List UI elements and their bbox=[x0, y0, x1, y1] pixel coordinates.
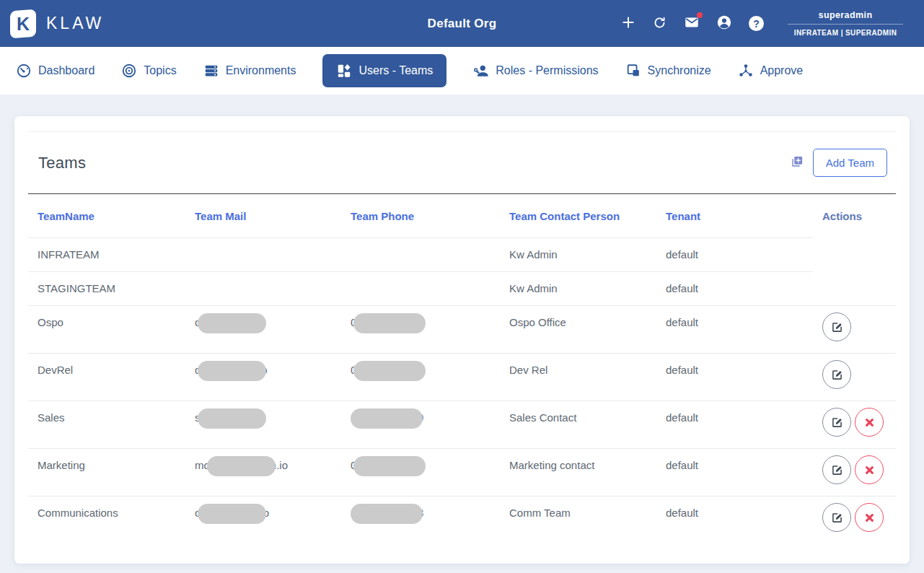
redaction-pill bbox=[198, 361, 266, 381]
tenant-value: default bbox=[666, 282, 698, 294]
tab-environments[interactable]: Environments bbox=[203, 63, 296, 79]
team-contact-cell: Comm Team bbox=[500, 497, 656, 544]
team-mail-cell bbox=[185, 272, 341, 306]
topbar-actions: ? bbox=[621, 14, 764, 32]
col-actions: Actions bbox=[813, 194, 896, 238]
col-teamname[interactable]: TeamName bbox=[28, 194, 185, 238]
tab-approve[interactable]: Approve bbox=[738, 63, 804, 79]
tab-topics[interactable]: Topics bbox=[121, 63, 176, 79]
redaction-pill bbox=[351, 408, 423, 429]
tab-label: Synchronize bbox=[648, 64, 711, 77]
teams-table-head: TeamName Team Mail Team Phone Team Conta… bbox=[28, 194, 896, 238]
help-button[interactable]: ? bbox=[749, 16, 764, 31]
main-nav: Dashboard Topics Environments bbox=[0, 47, 924, 95]
team-contact-person: Kw Admin bbox=[509, 248, 558, 261]
redaction-pill bbox=[198, 504, 266, 524]
delete-x-icon bbox=[863, 416, 876, 429]
tab-synchronize[interactable]: Synchronize bbox=[625, 63, 711, 79]
actions-cell bbox=[813, 306, 896, 354]
team-name: DevRel bbox=[38, 364, 73, 376]
redaction-pill bbox=[353, 313, 426, 333]
team-name: Communications bbox=[38, 507, 118, 519]
header-row: TeamName Team Mail Team Phone Team Conta… bbox=[28, 194, 896, 238]
team-phone-cell: 3 bbox=[341, 497, 500, 544]
tenant-cell: default bbox=[656, 306, 813, 354]
team-contact-cell: Dev Rel bbox=[500, 354, 656, 401]
org-title: Default Org bbox=[428, 17, 497, 31]
table-row: INFRATEAMKw Admindefault bbox=[28, 238, 896, 272]
team-name-cell: Communications bbox=[28, 497, 185, 544]
tab-dashboard[interactable]: Dashboard bbox=[16, 63, 94, 79]
team-name-cell: INFRATEAM bbox=[28, 238, 185, 272]
user-key-icon bbox=[473, 63, 489, 79]
tab-label: Approve bbox=[760, 64, 804, 77]
tenant-value: default bbox=[666, 411, 698, 424]
edit-pencil-icon bbox=[831, 512, 843, 524]
delete-team-button[interactable] bbox=[855, 503, 884, 532]
refresh-button[interactable] bbox=[652, 15, 667, 32]
team-contact-cell: Sales Contact bbox=[500, 401, 656, 449]
user-divider bbox=[788, 24, 903, 25]
top-bar: K KLAW Default Org bbox=[0, 0, 924, 47]
tab-label: Users - Teams bbox=[358, 64, 433, 77]
edit-team-button[interactable] bbox=[822, 503, 851, 532]
user-name: superadmin bbox=[788, 10, 903, 20]
tenant-value: default bbox=[666, 507, 698, 519]
col-team-mail[interactable]: Team Mail bbox=[185, 194, 341, 238]
team-mail-cell: mon.io bbox=[185, 449, 341, 497]
add-team-group: Add Team bbox=[791, 149, 896, 177]
edit-pencil-icon bbox=[831, 416, 843, 429]
tab-label: Roles - Permissions bbox=[496, 64, 598, 77]
account-circle-icon bbox=[716, 14, 732, 32]
dashboard-grid-icon bbox=[336, 63, 352, 79]
team-name: Sales bbox=[38, 411, 65, 424]
brand-name: KLAW bbox=[46, 14, 104, 33]
team-contact-cell: Kw Admin bbox=[500, 238, 656, 272]
redaction-pill bbox=[353, 361, 426, 381]
edit-team-button[interactable] bbox=[822, 455, 851, 484]
redaction-pill bbox=[198, 408, 266, 429]
delete-team-button[interactable] bbox=[855, 455, 884, 484]
actions-cell bbox=[813, 354, 896, 401]
edit-team-button[interactable] bbox=[822, 408, 851, 437]
team-contact-person: Marketing contact bbox=[509, 459, 594, 471]
team-phone-cell: 9 bbox=[341, 401, 500, 449]
brand[interactable]: K KLAW bbox=[10, 10, 104, 38]
col-tenant[interactable]: Tenant bbox=[656, 194, 813, 238]
tab-users-teams[interactable]: Users - Teams bbox=[322, 54, 446, 87]
actions-cell bbox=[813, 497, 896, 544]
team-name-cell: Marketing bbox=[28, 449, 185, 497]
help-icon: ? bbox=[749, 16, 764, 31]
target-icon bbox=[121, 63, 137, 79]
team-phone-cell: 0 bbox=[341, 354, 500, 401]
col-team-contact-person[interactable]: Team Contact Person bbox=[500, 194, 656, 238]
team-phone-cell bbox=[341, 238, 500, 272]
tenant-cell: default bbox=[656, 497, 813, 544]
tab-label: Dashboard bbox=[38, 64, 94, 77]
library-add-icon[interactable] bbox=[791, 155, 804, 171]
tab-label: Environments bbox=[226, 64, 296, 77]
account-button[interactable] bbox=[716, 14, 732, 32]
team-mail-cell: o bbox=[185, 306, 341, 354]
team-contact-cell: Ospo Office bbox=[500, 306, 656, 354]
logo-letter: K bbox=[17, 13, 30, 34]
col-team-phone[interactable]: Team Phone bbox=[341, 194, 500, 238]
notifications-button[interactable] bbox=[684, 14, 700, 32]
team-contact-person: Ospo Office bbox=[509, 316, 566, 328]
edit-team-button[interactable] bbox=[822, 312, 851, 341]
team-phone-cell: 0 bbox=[341, 449, 500, 497]
team-mail-cell: s bbox=[185, 401, 341, 449]
actions-cell bbox=[813, 401, 896, 449]
team-name-cell: Ospo bbox=[28, 306, 185, 354]
create-request-button[interactable] bbox=[621, 15, 635, 32]
tab-roles-permissions[interactable]: Roles - Permissions bbox=[473, 63, 598, 79]
user-block[interactable]: superadmin INFRATEAM | SUPERADMIN bbox=[788, 10, 903, 37]
add-team-button[interactable]: Add Team bbox=[813, 149, 887, 177]
delete-team-button[interactable] bbox=[855, 408, 884, 437]
team-name: STAGINGTEAM bbox=[38, 282, 115, 294]
tenant-cell: default bbox=[656, 238, 813, 272]
edit-team-button[interactable] bbox=[822, 360, 851, 389]
server-stack-icon bbox=[203, 63, 219, 79]
team-mail-cell: cio bbox=[185, 497, 341, 544]
team-contact-cell: Marketing contact bbox=[500, 449, 656, 497]
